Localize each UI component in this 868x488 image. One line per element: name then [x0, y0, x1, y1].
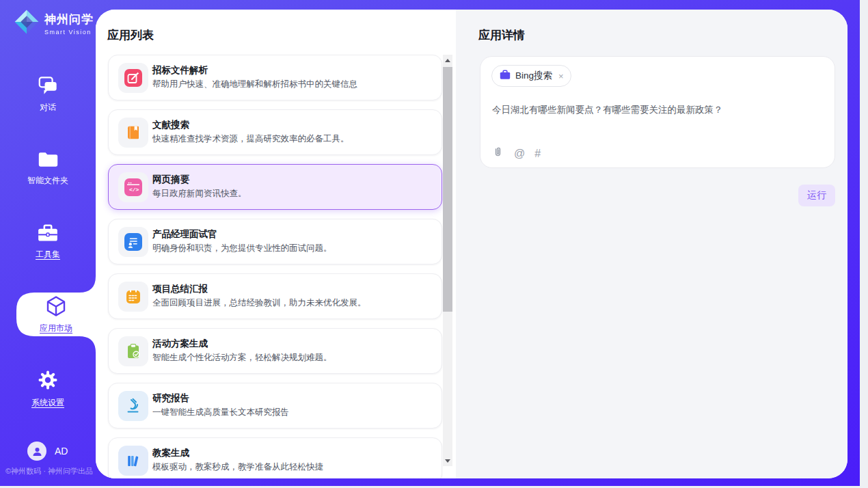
cube-icon: [46, 295, 66, 320]
folder-icon: [38, 151, 59, 171]
scrollbar-thumb[interactable]: [443, 67, 452, 312]
app-detail-title: 应用详情: [478, 27, 525, 43]
user-account[interactable]: AD: [27, 442, 68, 461]
app-card-literature-search[interactable]: 文献搜索 快速精准查找学术资源，提高研究效率的必备工具。: [108, 109, 442, 155]
svg-text:</>: </>: [129, 187, 139, 193]
run-button[interactable]: 运行: [798, 185, 835, 206]
tool-chip-bing-search[interactable]: Bing搜索 ×: [491, 65, 571, 87]
app-list-title: 应用列表: [107, 27, 154, 43]
sidebar-item-label: 系统设置: [31, 397, 64, 409]
doc-person-icon: [118, 227, 148, 257]
sidebar-item-label: 智能文件夹: [27, 175, 68, 187]
purple-frame: 神州问学 Smart Vision 对话: [0, 0, 860, 486]
user-initials: AD: [55, 446, 68, 457]
app-card-title: 网页摘要: [152, 174, 189, 186]
app-card-desc: 每日政府新闻资讯快查。: [152, 188, 247, 200]
app-card-title: 项目总结汇报: [152, 283, 208, 295]
list-scrollbar[interactable]: [443, 55, 452, 466]
app-card-title: 研究报告: [152, 392, 189, 405]
app-card-list: 招标文件解析 帮助用户快速、准确地理解和解析招标书中的关键信息 文献搜索: [108, 55, 442, 478]
brand-name: 神州问学: [44, 12, 94, 27]
attachment-toolbar: @ #: [491, 146, 541, 162]
doc-edit-icon: [118, 63, 148, 93]
sidebar-item-smart-folder[interactable]: 智能文件夹: [0, 151, 96, 187]
app-card-web-summary[interactable]: </> 网页摘要 每日政府新闻资讯快查。: [108, 164, 442, 210]
app-card-desc: 帮助用户快速、准确地理解和解析招标书中的关键信息: [152, 79, 357, 90]
app-card-title: 教案生成: [152, 447, 189, 459]
app-list-panel: 应用列表 招标文件解析 帮助用户快速、准确地理解和解析招标书: [96, 10, 456, 478]
app-card-desc: 智能生成个性化活动方案，轻松解决规划难题。: [152, 352, 332, 364]
scroll-up-arrow-icon[interactable]: [443, 55, 452, 66]
app-card-pm-interviewer[interactable]: 产品经理面试官 明确身份和职责，为您提供专业性的面试问题。: [108, 219, 442, 265]
brand-logo: 神州问学 Smart Vision: [14, 9, 94, 38]
briefcase-icon: [500, 70, 511, 83]
app-card-desc: 快速精准查找学术资源，提高研究效率的必备工具。: [152, 133, 349, 145]
query-input-card: Bing搜索 × 今日湖北有哪些新闻要点？有哪些需要关注的最新政策？ @ #: [480, 56, 835, 168]
tool-chip-label: Bing搜索: [515, 70, 552, 82]
browser-code-icon: </>: [118, 172, 148, 202]
books-icon: [118, 446, 148, 476]
note-icon: [118, 282, 148, 312]
avatar: [27, 442, 46, 461]
chat-icon: [38, 75, 59, 98]
app-card-title: 活动方案生成: [152, 338, 208, 350]
sidebar-item-label: 工具集: [36, 249, 60, 260]
sidebar-item-label: 应用市场: [40, 323, 72, 334]
app-window: 神州问学 Smart Vision 对话: [0, 0, 868, 488]
mention-at-icon[interactable]: @: [514, 148, 525, 160]
query-text[interactable]: 今日湖北有哪些新闻要点？有哪些需要关注的最新政策？: [492, 103, 820, 117]
scroll-down-arrow-icon[interactable]: [443, 455, 452, 466]
paperclip-icon[interactable]: [491, 146, 504, 162]
sidebar-item-app-market[interactable]: 应用市场: [16, 293, 96, 336]
app-card-bid-doc-analysis[interactable]: 招标文件解析 帮助用户快速、准确地理解和解析招标书中的关键信息: [108, 55, 442, 100]
clipboard-check-icon: [118, 336, 148, 366]
sidebar: 神州问学 Smart Vision 对话: [0, 0, 96, 486]
hash-icon[interactable]: #: [534, 148, 541, 160]
brand-text: 神州问学 Smart Vision: [44, 12, 94, 36]
sidebar-item-label: 对话: [40, 102, 56, 113]
sidebar-item-toolbox[interactable]: 工具集: [0, 224, 96, 260]
app-card-research-report[interactable]: 研究报告 一键智能生成高质量长文本研究报告: [108, 383, 442, 429]
gear-icon: [38, 370, 58, 393]
sidebar-item-settings[interactable]: 系统设置: [0, 370, 96, 409]
close-icon[interactable]: ×: [558, 71, 564, 81]
app-detail-panel: 应用详情 Bing搜索 × 今日湖北有哪些新闻要点？有哪些需要关注的最新政策？: [456, 10, 847, 478]
sidebar-item-chat[interactable]: 对话: [0, 75, 96, 113]
app-card-desc: 模板驱动，教案秒成，教学准备从此轻松快捷: [152, 461, 323, 473]
app-card-event-plan[interactable]: 活动方案生成 智能生成个性化活动方案，轻松解决规划难题。: [108, 328, 442, 374]
book-icon: [118, 118, 148, 148]
toolbox-icon: [38, 224, 58, 245]
app-card-title: 招标文件解析: [152, 64, 208, 77]
sidebar-footer: ©神州数码 · 神州问学出品: [5, 466, 93, 476]
app-card-desc: 全面回顾项目进展，总结经验教训，助力未来优化发展。: [152, 297, 366, 309]
logo-diamond-icon: [14, 9, 40, 38]
content-panel: 应用列表 招标文件解析 帮助用户快速、准确地理解和解析招标书: [96, 10, 847, 478]
app-card-lesson-plan[interactable]: 教案生成 模板驱动，教案秒成，教学准备从此轻松快捷: [108, 437, 442, 478]
app-card-desc: 一键智能生成高质量长文本研究报告: [152, 407, 289, 418]
brand-subtitle: Smart Vision: [44, 29, 94, 36]
microscope-icon: [118, 391, 148, 421]
app-card-project-summary[interactable]: 项目总结汇报 全面回顾项目进展，总结经验教训，助力未来优化发展。: [108, 273, 442, 319]
app-card-title: 文献搜索: [152, 119, 189, 131]
app-card-desc: 明确身份和职责，为您提供专业性的面试问题。: [152, 243, 332, 254]
app-card-title: 产品经理面试官: [152, 228, 217, 241]
